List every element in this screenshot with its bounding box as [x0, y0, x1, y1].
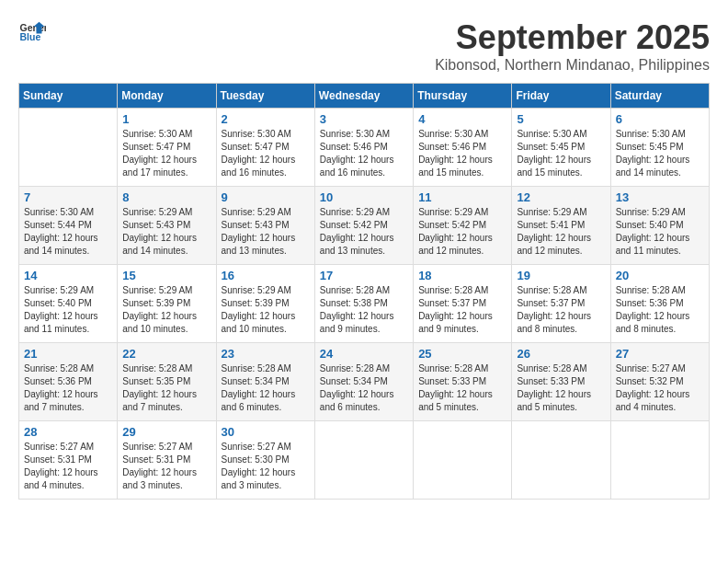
day-info: Sunrise: 5:29 AMSunset: 5:39 PMDaylight:…: [222, 284, 310, 336]
day-info: Sunrise: 5:29 AMSunset: 5:42 PMDaylight:…: [418, 206, 506, 258]
calendar-cell: [610, 421, 709, 500]
day-info: Sunrise: 5:29 AMSunset: 5:43 PMDaylight:…: [222, 206, 310, 258]
day-number: 9: [222, 190, 310, 204]
day-number: 24: [320, 347, 408, 361]
calendar-cell: 24Sunrise: 5:28 AMSunset: 5:34 PMDayligh…: [314, 343, 413, 421]
weekday-header-wednesday: Wednesday: [314, 84, 413, 109]
day-number: 3: [320, 112, 408, 126]
calendar-cell: 18Sunrise: 5:28 AMSunset: 5:37 PMDayligh…: [414, 265, 512, 343]
day-info: Sunrise: 5:28 AMSunset: 5:38 PMDaylight:…: [320, 284, 408, 336]
day-info: Sunrise: 5:28 AMSunset: 5:33 PMDaylight:…: [517, 362, 605, 414]
day-number: 29: [122, 425, 210, 439]
calendar-week-1: 1Sunrise: 5:30 AMSunset: 5:47 PMDaylight…: [19, 109, 710, 187]
calendar-cell: 20Sunrise: 5:28 AMSunset: 5:36 PMDayligh…: [610, 265, 709, 343]
calendar-cell: 29Sunrise: 5:27 AMSunset: 5:31 PMDayligh…: [118, 421, 216, 500]
calendar-cell: 30Sunrise: 5:27 AMSunset: 5:30 PMDayligh…: [216, 421, 314, 500]
day-info: Sunrise: 5:30 AMSunset: 5:44 PMDaylight:…: [24, 206, 112, 258]
day-number: 1: [122, 112, 210, 126]
calendar-cell: 7Sunrise: 5:30 AMSunset: 5:44 PMDaylight…: [19, 187, 118, 265]
day-number: 12: [517, 190, 605, 204]
weekday-header-saturday: Saturday: [610, 84, 709, 109]
weekday-header-monday: Monday: [118, 84, 216, 109]
day-info: Sunrise: 5:29 AMSunset: 5:43 PMDaylight:…: [122, 206, 210, 258]
day-number: 6: [616, 112, 704, 126]
calendar-cell: 25Sunrise: 5:28 AMSunset: 5:33 PMDayligh…: [414, 343, 512, 421]
day-number: 15: [122, 269, 210, 282]
title-section: September 2025 Kibonsod, Northern Mindan…: [435, 18, 710, 74]
day-number: 10: [320, 190, 408, 204]
day-number: 26: [517, 347, 605, 361]
calendar-cell: 9Sunrise: 5:29 AMSunset: 5:43 PMDaylight…: [216, 187, 314, 265]
calendar-week-5: 28Sunrise: 5:27 AMSunset: 5:31 PMDayligh…: [19, 421, 710, 500]
calendar-cell: 23Sunrise: 5:28 AMSunset: 5:34 PMDayligh…: [216, 343, 314, 421]
day-info: Sunrise: 5:30 AMSunset: 5:46 PMDaylight:…: [320, 128, 408, 179]
day-number: 23: [222, 347, 310, 361]
day-info: Sunrise: 5:29 AMSunset: 5:39 PMDaylight:…: [122, 284, 210, 336]
calendar-cell: 8Sunrise: 5:29 AMSunset: 5:43 PMDaylight…: [118, 187, 216, 265]
day-number: 13: [616, 190, 704, 204]
day-number: 5: [517, 112, 605, 126]
calendar-cell: 3Sunrise: 5:30 AMSunset: 5:46 PMDaylight…: [314, 109, 413, 187]
day-number: 30: [222, 425, 310, 439]
day-number: 22: [122, 347, 210, 361]
calendar-cell: 12Sunrise: 5:29 AMSunset: 5:41 PMDayligh…: [512, 187, 610, 265]
calendar-cell: 6Sunrise: 5:30 AMSunset: 5:45 PMDaylight…: [610, 109, 709, 187]
calendar-week-2: 7Sunrise: 5:30 AMSunset: 5:44 PMDaylight…: [19, 187, 710, 265]
day-number: 18: [418, 269, 506, 282]
weekday-header-friday: Friday: [512, 84, 610, 109]
calendar-cell: [512, 421, 610, 500]
calendar-cell: 13Sunrise: 5:29 AMSunset: 5:40 PMDayligh…: [610, 187, 709, 265]
calendar-cell: 27Sunrise: 5:27 AMSunset: 5:32 PMDayligh…: [610, 343, 709, 421]
day-info: Sunrise: 5:28 AMSunset: 5:34 PMDaylight:…: [222, 362, 310, 414]
calendar-week-3: 14Sunrise: 5:29 AMSunset: 5:40 PMDayligh…: [19, 265, 710, 343]
calendar-table: SundayMondayTuesdayWednesdayThursdayFrid…: [18, 83, 710, 500]
calendar-cell: [19, 109, 118, 187]
calendar-cell: [314, 421, 413, 500]
weekday-header-sunday: Sunday: [19, 84, 118, 109]
day-info: Sunrise: 5:29 AMSunset: 5:41 PMDaylight:…: [517, 206, 605, 258]
logo-icon: General Blue: [18, 18, 46, 46]
day-number: 19: [517, 269, 605, 282]
day-number: 16: [222, 269, 310, 282]
day-info: Sunrise: 5:27 AMSunset: 5:31 PMDaylight:…: [24, 441, 112, 492]
day-info: Sunrise: 5:27 AMSunset: 5:31 PMDaylight:…: [122, 441, 210, 492]
calendar-header-row: SundayMondayTuesdayWednesdayThursdayFrid…: [19, 84, 710, 109]
day-number: 8: [122, 190, 210, 204]
day-info: Sunrise: 5:30 AMSunset: 5:47 PMDaylight:…: [122, 128, 210, 179]
day-number: 25: [418, 347, 506, 361]
day-info: Sunrise: 5:27 AMSunset: 5:32 PMDaylight:…: [616, 362, 704, 414]
day-info: Sunrise: 5:30 AMSunset: 5:45 PMDaylight:…: [517, 128, 605, 179]
calendar-cell: 2Sunrise: 5:30 AMSunset: 5:47 PMDaylight…: [216, 109, 314, 187]
day-info: Sunrise: 5:30 AMSunset: 5:46 PMDaylight:…: [418, 128, 506, 179]
location-title: Kibonsod, Northern Mindanao, Philippines: [435, 57, 710, 74]
calendar-cell: [414, 421, 512, 500]
calendar-cell: 1Sunrise: 5:30 AMSunset: 5:47 PMDaylight…: [118, 109, 216, 187]
day-info: Sunrise: 5:29 AMSunset: 5:40 PMDaylight:…: [24, 284, 112, 336]
day-number: 4: [418, 112, 506, 126]
calendar-cell: 10Sunrise: 5:29 AMSunset: 5:42 PMDayligh…: [314, 187, 413, 265]
calendar-cell: 11Sunrise: 5:29 AMSunset: 5:42 PMDayligh…: [414, 187, 512, 265]
day-info: Sunrise: 5:28 AMSunset: 5:33 PMDaylight:…: [418, 362, 506, 414]
day-info: Sunrise: 5:28 AMSunset: 5:37 PMDaylight:…: [517, 284, 605, 336]
calendar-cell: 28Sunrise: 5:27 AMSunset: 5:31 PMDayligh…: [19, 421, 118, 500]
weekday-header-tuesday: Tuesday: [216, 84, 314, 109]
day-info: Sunrise: 5:28 AMSunset: 5:35 PMDaylight:…: [122, 362, 210, 414]
day-info: Sunrise: 5:28 AMSunset: 5:36 PMDaylight:…: [616, 284, 704, 336]
day-info: Sunrise: 5:28 AMSunset: 5:36 PMDaylight:…: [24, 362, 112, 414]
calendar-week-4: 21Sunrise: 5:28 AMSunset: 5:36 PMDayligh…: [19, 343, 710, 421]
day-number: 20: [616, 269, 704, 282]
calendar-body: 1Sunrise: 5:30 AMSunset: 5:47 PMDaylight…: [19, 109, 710, 500]
calendar-cell: 17Sunrise: 5:28 AMSunset: 5:38 PMDayligh…: [314, 265, 413, 343]
calendar-cell: 22Sunrise: 5:28 AMSunset: 5:35 PMDayligh…: [118, 343, 216, 421]
calendar-cell: 5Sunrise: 5:30 AMSunset: 5:45 PMDaylight…: [512, 109, 610, 187]
day-number: 7: [24, 190, 112, 204]
day-info: Sunrise: 5:27 AMSunset: 5:30 PMDaylight:…: [222, 441, 310, 492]
day-number: 11: [418, 190, 506, 204]
day-number: 17: [320, 269, 408, 282]
day-number: 27: [616, 347, 704, 361]
calendar-cell: 16Sunrise: 5:29 AMSunset: 5:39 PMDayligh…: [216, 265, 314, 343]
calendar-cell: 15Sunrise: 5:29 AMSunset: 5:39 PMDayligh…: [118, 265, 216, 343]
calendar-cell: 4Sunrise: 5:30 AMSunset: 5:46 PMDaylight…: [414, 109, 512, 187]
day-info: Sunrise: 5:28 AMSunset: 5:34 PMDaylight:…: [320, 362, 408, 414]
calendar-cell: 26Sunrise: 5:28 AMSunset: 5:33 PMDayligh…: [512, 343, 610, 421]
